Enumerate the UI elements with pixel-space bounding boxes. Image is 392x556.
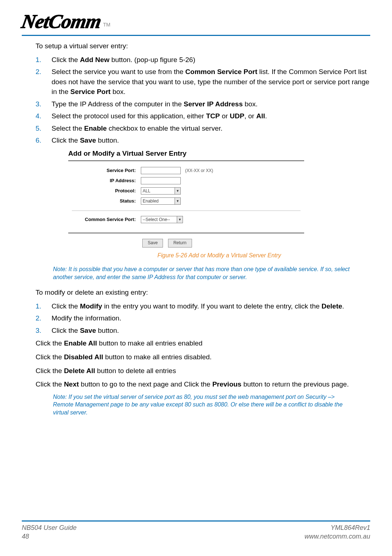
chevron-down-icon: ▼ [175, 198, 180, 204]
status-select[interactable]: Enabled ▼ [141, 197, 181, 205]
main-content: To setup a virtual server entry: Click t… [22, 41, 370, 416]
service-port-label: Service Port: [72, 167, 141, 174]
chevron-down-icon: ▼ [177, 216, 183, 223]
disable-all-para: Click the Disabled All button to make al… [36, 352, 370, 362]
csp-label: Common Service Port: [72, 216, 141, 223]
modify-heading: To modify or delete an existing entry: [36, 287, 370, 298]
note-multiple-services: Note: It is possible that you have a com… [53, 265, 356, 281]
service-port-hint: (XX-XX or XX) [185, 168, 213, 174]
service-port-input[interactable] [141, 167, 181, 174]
figure-title: Add or Modify a Virtual Server Entry [68, 148, 370, 159]
step-1: Click the Add New button. (pop-up figure… [36, 55, 370, 65]
header-rule [22, 35, 370, 36]
status-value: Enabled [143, 198, 159, 204]
footer-guide: NB504 User Guide [22, 524, 77, 532]
footer-left: NB504 User Guide 48 [22, 524, 77, 541]
row-protocol: Protocol: ALL ▼ [72, 187, 301, 195]
mstep-3: Click the Save button. [36, 326, 370, 336]
brand-tm: TM [103, 22, 110, 28]
brand-name: NetComm [20, 10, 103, 33]
ip-address-label: IP Address: [72, 177, 141, 184]
figure-form: Service Port: (XX-XX or XX) IP Address: … [68, 160, 304, 233]
step-6: Click the Save button. [36, 135, 370, 146]
modify-steps: Click the Modify in the entry you want t… [36, 301, 370, 336]
figure-caption: Figure 5-26 Add or Modify a Virtual Serv… [68, 251, 370, 259]
csp-select[interactable]: --Select One-- ▼ [141, 216, 183, 223]
chevron-down-icon: ▼ [175, 188, 180, 194]
step-2: Select the service you want to use from … [36, 67, 370, 97]
delete-all-para: Click the Delete All button to delete al… [36, 366, 370, 376]
step-3: Type the IP Address of the computer in t… [36, 99, 370, 109]
csp-value: --Select One-- [143, 217, 170, 223]
footer-rev: YML864Rev1 [305, 524, 370, 532]
footer-right: YML864Rev1 www.netcomm.com.au [305, 524, 370, 541]
page-footer: NB504 User Guide 48 YML864Rev1 www.netco… [22, 520, 370, 541]
return-button[interactable]: Return [168, 239, 192, 247]
protocol-value: ALL [143, 188, 150, 194]
protocol-select[interactable]: ALL ▼ [141, 187, 181, 195]
footer-page: 48 [22, 532, 77, 541]
enable-all-para: Click the Enable All button to make all … [36, 338, 370, 348]
footer-url: www.netcomm.com.au [305, 532, 370, 541]
mstep-1: Click the Modify in the entry you want t… [36, 301, 370, 311]
setup-steps: Click the Add New button. (pop-up figure… [36, 55, 370, 146]
protocol-label: Protocol: [72, 188, 141, 195]
row-service-port: Service Port: (XX-XX or XX) [72, 167, 301, 174]
note-port-80: Note: If you set the virtual server of s… [53, 393, 356, 417]
mstep-2: Modify the information. [36, 313, 370, 323]
step-5: Select the Enable checkbox to enable the… [36, 123, 370, 134]
brand-logo: NetComm TM [22, 10, 370, 33]
figure-separator [72, 210, 301, 211]
ip-address-input[interactable] [141, 177, 181, 184]
step-4: Select the protocol used for this applic… [36, 111, 370, 121]
status-label: Status: [72, 198, 141, 205]
row-status: Status: Enabled ▼ [72, 197, 301, 205]
figure-buttons: Save Return [142, 237, 370, 247]
row-ip-address: IP Address: [72, 177, 301, 184]
row-common-service-port: Common Service Port: --Select One-- ▼ [72, 216, 301, 223]
figure-5-26: Add or Modify a Virtual Server Entry Ser… [68, 148, 370, 259]
setup-heading: To setup a virtual server entry: [36, 41, 370, 51]
next-prev-para: Click the Next button to go to the next … [36, 379, 370, 389]
save-button[interactable]: Save [142, 239, 163, 247]
